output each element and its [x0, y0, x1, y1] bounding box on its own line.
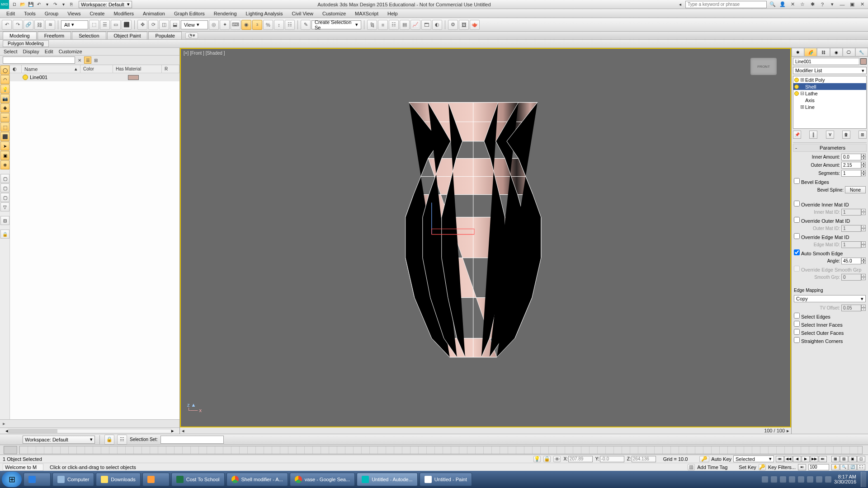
angle-input[interactable] [841, 258, 861, 264]
rotate-button[interactable]: ⟳ [148, 20, 158, 30]
tab-motion-icon[interactable]: ◉ [830, 48, 843, 56]
tab-modify-icon[interactable]: 🌈 [804, 48, 817, 56]
close-icon[interactable]: ✕ [858, 1, 866, 8]
viewport-scroll-right-icon[interactable]: ▸ [787, 428, 789, 434]
pivot-button[interactable]: ◎ [209, 20, 219, 30]
segments-input[interactable] [841, 170, 861, 177]
selection-filter-combo[interactable]: All▾ [61, 20, 88, 29]
filter-cameras-icon[interactable]: 📷 [0, 94, 9, 103]
task-chrome-1[interactable]: Shell modifier - A... [226, 473, 288, 486]
help-dropdown-icon[interactable]: ▾ [828, 1, 836, 8]
bevel-spline-button[interactable]: None [845, 186, 866, 193]
render-frame-button[interactable]: 🖼 [459, 20, 469, 30]
prev-key-icon[interactable]: ◀ [793, 456, 801, 462]
filter-helpers-icon[interactable]: ✚ [0, 103, 9, 113]
tray-icon[interactable] [762, 476, 768, 483]
filter-lights-icon[interactable]: 💡 [0, 84, 9, 94]
tray-icon[interactable] [789, 476, 795, 483]
pin-stack-icon[interactable]: 📌 [793, 131, 801, 139]
named-selset-icon[interactable]: ☷ [117, 435, 127, 445]
prev-frame-icon[interactable]: ◀◀ [784, 456, 793, 462]
task-excel[interactable]: Cost To School [171, 473, 225, 486]
snap-toggle-button[interactable]: ◉ [241, 20, 251, 30]
stack-shell[interactable]: Shell [793, 83, 866, 90]
collapse-icon[interactable]: ⊟ [0, 216, 9, 225]
vp-iso-icon[interactable]: ◫ [857, 456, 865, 462]
auto-smooth-check[interactable]: Auto Smooth Edge [794, 249, 843, 256]
filter-shapes-icon[interactable]: ◠ [0, 75, 9, 84]
task-paint[interactable]: Untitled - Paint [420, 473, 472, 486]
explorer-clear-icon[interactable]: ✕ [76, 56, 83, 64]
redo-dropdown-icon[interactable]: ▾ [60, 1, 67, 8]
keyboard-shortcut-button[interactable]: ⌨ [231, 20, 241, 30]
filter-spacewarps-icon[interactable]: 〰 [0, 113, 9, 122]
params-header[interactable]: -Parameters [793, 144, 867, 152]
task-ie[interactable] [24, 473, 51, 486]
select-edges-check[interactable]: Select Edges [794, 313, 830, 319]
disp-none-icon[interactable]: ▢ [0, 183, 9, 192]
filter-bones-icon[interactable]: ➤ [0, 141, 9, 150]
tree-row-color-swatch[interactable] [128, 75, 139, 80]
window-crossing-button[interactable]: ⬛ [122, 20, 132, 30]
select-inner-check[interactable]: Select Inner Faces [794, 321, 843, 328]
viewcube[interactable]: FRONT [750, 58, 777, 75]
stack-line[interactable]: ⊞Line [793, 103, 866, 110]
disp-child-icon[interactable]: ▽ [0, 202, 9, 211]
menu-animation[interactable]: Animation [138, 10, 170, 17]
show-end-result-icon[interactable]: ║ [809, 131, 817, 139]
help-search-input[interactable] [685, 1, 767, 8]
move-button[interactable]: ✥ [137, 20, 147, 30]
play-icon[interactable]: ▶ [802, 456, 810, 462]
rect-select-button[interactable]: ▭ [111, 20, 121, 30]
stack-lathe-axis[interactable]: Axis [793, 97, 866, 103]
spinner[interactable]: ▴▾ [861, 258, 866, 264]
menu-customize[interactable]: Customize [318, 10, 350, 17]
tray-icon[interactable] [798, 476, 804, 483]
menu-grapheditors[interactable]: Graph Editors [170, 10, 209, 17]
setkey-icon[interactable]: 🔑 [759, 464, 766, 470]
mx-icon[interactable]: ✱ [808, 1, 816, 8]
explorer-menu-display[interactable]: Display [23, 49, 39, 54]
undo-button[interactable]: ↶ [2, 20, 12, 30]
time-slider[interactable] [4, 446, 17, 454]
tree-col-r[interactable]: R [162, 65, 179, 73]
viewport-label[interactable]: [+] [Front ] [Shaded ] [184, 51, 225, 56]
menu-maxscript[interactable]: MAXScript [350, 10, 383, 17]
tab-selection[interactable]: Selection [72, 32, 106, 39]
remove-modifier-icon[interactable]: 🗑 [842, 131, 850, 139]
angle-snap-button[interactable]: 3 [252, 20, 262, 30]
task-3dsmax[interactable]: Untitled - Autode... [357, 473, 418, 486]
object-name-input[interactable] [793, 58, 859, 65]
menu-modifiers[interactable]: Modifiers [109, 10, 138, 17]
tree-col-hasmat[interactable]: Has Material [113, 65, 162, 73]
workspace-selector[interactable]: Workspace: Default▾ [79, 1, 132, 8]
select-button[interactable]: ⬚ [89, 20, 99, 30]
orbit-icon[interactable]: 🔄 [849, 464, 857, 470]
menu-tools[interactable]: Tools [19, 10, 40, 17]
filter-groups-icon[interactable]: ⬚ [0, 122, 9, 131]
tray-icon[interactable] [771, 476, 777, 483]
tab-create-icon[interactable]: ✱ [792, 48, 804, 56]
curve-editor-button[interactable]: 📈 [410, 20, 420, 30]
save-icon[interactable]: 💾 [27, 1, 34, 8]
help-icon[interactable]: ? [818, 1, 826, 8]
override-edge-check[interactable]: Override Edge Mat ID [794, 233, 849, 240]
menu-civilview[interactable]: Civil View [288, 10, 318, 17]
link-button[interactable]: 🔗 [24, 20, 33, 30]
lock-ui-icon[interactable]: 🔒 [104, 435, 114, 445]
exchange-icon[interactable]: ✕ [788, 1, 797, 8]
x-input[interactable] [568, 456, 593, 462]
link-icon[interactable]: ⎘ [68, 1, 75, 8]
restore-icon[interactable]: ▣ [848, 1, 856, 8]
tab-modeling[interactable]: Modeling [3, 32, 37, 39]
lock-icon[interactable]: 🔒 [543, 456, 551, 462]
undo-dropdown-icon[interactable]: ▾ [43, 1, 51, 8]
bulb-icon[interactable] [794, 84, 799, 89]
tab-utilities-icon[interactable]: 🔧 [855, 48, 868, 56]
tray-icon[interactable] [780, 476, 786, 483]
manipulate-button[interactable]: ✦ [220, 20, 230, 30]
setkey-button[interactable]: Set Key [739, 465, 756, 470]
add-time-tag[interactable]: Add Time Tag [697, 465, 727, 470]
menu-views[interactable]: Views [63, 10, 85, 17]
search-icon[interactable]: 🔍 [769, 1, 777, 8]
